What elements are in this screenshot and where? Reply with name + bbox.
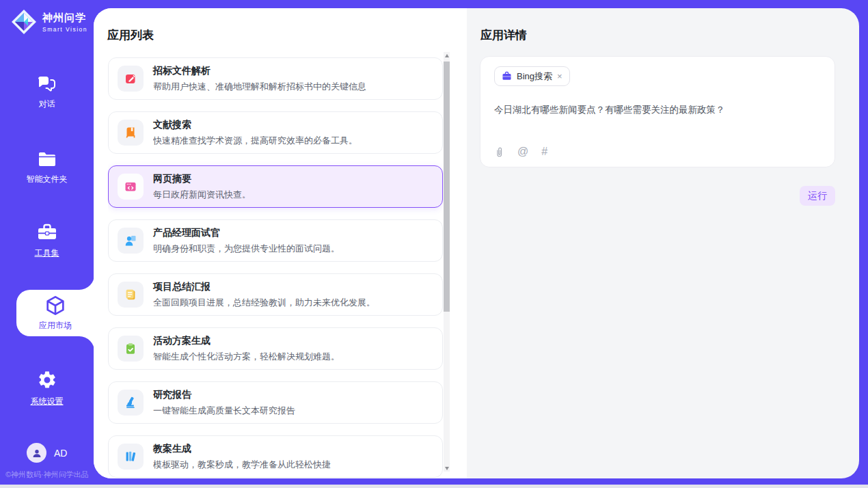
browser-code-icon	[118, 174, 144, 200]
sidebar-item-label: 工具集	[35, 247, 59, 259]
books-icon	[118, 444, 144, 470]
app-title: 项目总结汇报	[153, 281, 375, 293]
content-shell: 应用列表 招标文件解析 帮助用户快速、准确地理解和解析招标书中的关键信息	[94, 8, 859, 478]
run-button[interactable]: 运行	[800, 186, 835, 206]
avatar	[27, 443, 46, 463]
sidebar-item-label: 对话	[39, 98, 55, 110]
book-icon	[118, 120, 144, 146]
sidebar-item-label: 系统设置	[31, 396, 64, 407]
cube-icon	[44, 295, 66, 316]
app-title: 文献搜索	[153, 119, 357, 131]
app-title: 活动方案生成	[153, 335, 340, 347]
app-title: 教案生成	[153, 443, 331, 455]
user-initials: AD	[54, 448, 67, 459]
question-text[interactable]: 今日湖北有哪些新闻要点？有哪些需要关注的最新政策？	[494, 104, 815, 116]
app-card-pm-interviewer[interactable]: 产品经理面试官 明确身份和职责，为您提供专业性的面试问题。	[108, 219, 443, 262]
tool-tag-bing-search[interactable]: Bing搜索 ×	[494, 66, 570, 86]
app-desc: 每日政府新闻资讯快查。	[153, 189, 251, 201]
app-card-project-summary[interactable]: 项目总结汇报 全面回顾项目进展，总结经验教训，助力未来优化发展。	[108, 273, 443, 316]
app-desc: 帮助用户快速、准确地理解和解析招标书中的关键信息	[153, 81, 366, 93]
briefcase-icon	[502, 71, 512, 81]
input-toolbar: @ #	[494, 146, 547, 158]
scrollbar-thumb[interactable]	[444, 62, 450, 312]
diamond-logo-icon	[10, 8, 38, 36]
app-frame: 神州问学 Smart Vision 对话 智能文件夹	[0, 0, 868, 485]
app-title: 研究报告	[153, 389, 295, 401]
sidebar-item-label: 应用市场	[39, 320, 72, 331]
sidebar: 神州问学 Smart Vision 对话 智能文件夹	[0, 0, 94, 485]
microscope-icon	[118, 390, 144, 416]
app-card-literature-search[interactable]: 文献搜索 快速精准查找学术资源，提高研究效率的必备工具。	[108, 111, 443, 154]
app-list-panel: 应用列表 招标文件解析 帮助用户快速、准确地理解和解析招标书中的关键信息	[94, 8, 467, 478]
mention-icon[interactable]: @	[517, 146, 528, 158]
blob-curve-bottom	[79, 336, 94, 351]
sidebar-item-settings[interactable]: 系统设置	[0, 370, 94, 407]
app-desc: 明确身份和职责，为您提供专业性的面试问题。	[153, 243, 340, 255]
user-icon	[31, 447, 43, 459]
user-account[interactable]: AD	[27, 443, 67, 463]
chat-icon	[37, 75, 57, 93]
app-card-web-summary[interactable]: 网页摘要 每日政府新闻资讯快查。	[108, 165, 443, 208]
brand-subtitle: Smart Vision	[42, 26, 87, 33]
gear-icon	[37, 370, 57, 390]
sidebar-item-app-market[interactable]: 应用市场	[16, 290, 94, 336]
close-icon[interactable]: ×	[557, 72, 562, 81]
toolbox-icon	[36, 223, 58, 242]
sidebar-item-toolset[interactable]: 工具集	[0, 223, 94, 259]
app-desc: 模板驱动，教案秒成，教学准备从此轻松快捷	[153, 459, 331, 471]
paperclip-icon[interactable]	[494, 146, 504, 158]
app-card-lesson-plan[interactable]: 教案生成 模板驱动，教案秒成，教学准备从此轻松快捷	[108, 435, 443, 478]
scroll-down-arrow[interactable]	[444, 465, 450, 472]
app-desc: 一键智能生成高质量长文本研究报告	[153, 405, 295, 417]
hash-icon[interactable]: #	[541, 146, 547, 158]
app-card-research-report[interactable]: 研究报告 一键智能生成高质量长文本研究报告	[108, 381, 443, 424]
list-scrollbar[interactable]	[444, 52, 450, 472]
sidebar-item-chat[interactable]: 对话	[0, 75, 94, 110]
app-desc: 智能生成个性化活动方案，轻松解决规划难题。	[153, 351, 340, 363]
sidebar-item-smart-folder[interactable]: 智能文件夹	[0, 150, 94, 185]
tool-tag-label: Bing搜索	[517, 70, 552, 83]
copyright-note: ©神州数码·神州问学出品	[5, 470, 89, 480]
folder-icon	[37, 150, 57, 168]
app-card-bid-analysis[interactable]: 招标文件解析 帮助用户快速、准确地理解和解析招标书中的关键信息	[108, 57, 443, 100]
edit-document-icon	[118, 66, 144, 92]
app-card-event-plan[interactable]: 活动方案生成 智能生成个性化活动方案，轻松解决规划难题。	[108, 327, 443, 370]
interviewer-icon	[118, 228, 144, 254]
brand-logo: 神州问学 Smart Vision	[10, 8, 87, 36]
notes-icon	[118, 282, 144, 308]
scroll-up-arrow[interactable]	[444, 52, 450, 59]
clipboard-check-icon	[118, 336, 144, 362]
app-detail-title: 应用详情	[480, 27, 527, 43]
app-desc: 全面回顾项目进展，总结经验教训，助力未来优化发展。	[153, 297, 375, 309]
app-title: 招标文件解析	[153, 65, 366, 77]
brand-name: 神州问学	[42, 12, 87, 25]
blob-curve-top	[79, 275, 94, 290]
app-list: 招标文件解析 帮助用户快速、准确地理解和解析招标书中的关键信息 文献搜索 快速精…	[108, 57, 443, 478]
app-title: 产品经理面试官	[153, 227, 340, 239]
app-desc: 快速精准查找学术资源，提高研究效率的必备工具。	[153, 135, 357, 147]
sidebar-item-label: 智能文件夹	[27, 174, 68, 185]
app-list-title: 应用列表	[107, 27, 154, 43]
app-detail-panel: 应用详情 Bing搜索 × 今日湖北有哪些新闻要点？有哪些需要关注的最新政策？	[467, 8, 859, 478]
prompt-card: Bing搜索 × 今日湖北有哪些新闻要点？有哪些需要关注的最新政策？ @ #	[480, 56, 835, 167]
app-title: 网页摘要	[153, 173, 251, 185]
